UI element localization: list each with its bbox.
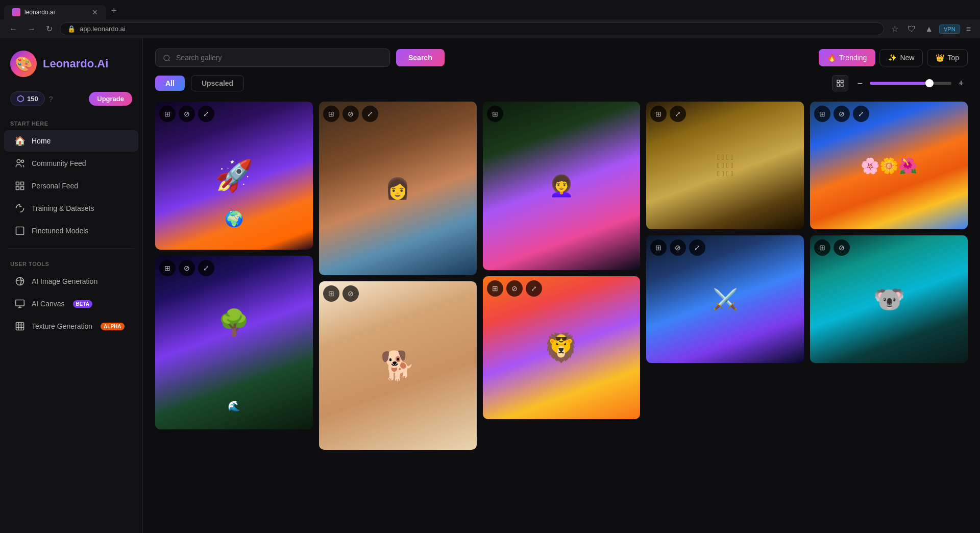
tab-close-button[interactable]: ✕ — [92, 8, 98, 16]
image-edit-btn-2[interactable]: ⊘ — [179, 260, 195, 276]
sidebar-item-finetuned[interactable]: Finetuned Models — [4, 220, 138, 241]
bookmark-button[interactable]: ☆ — [888, 22, 901, 36]
top-label: Top — [947, 54, 959, 62]
sidebar-item-home[interactable]: 🏠 Home — [4, 130, 138, 152]
ai-canvas-label: AI Canvas — [32, 300, 65, 308]
credits-amount: 150 — [27, 95, 38, 103]
gallery-item[interactable]: 🐨 ⊞ ⊘ — [810, 235, 968, 363]
image-model-btn-3[interactable]: ⊞ — [323, 106, 339, 122]
sidebar-item-ai-canvas[interactable]: AI Canvas BETA — [4, 293, 138, 314]
image-edit-btn-8[interactable]: ⊘ — [670, 239, 686, 256]
svg-rect-8 — [16, 300, 24, 306]
sidebar-item-ai-image-gen[interactable]: AI Image Generation — [4, 271, 138, 292]
back-button[interactable]: ← — [6, 22, 20, 36]
forward-button[interactable]: → — [24, 22, 39, 36]
gallery-item[interactable]: 🐕 ⊞ ⊘ — [319, 281, 477, 450]
filter-tabs-right: 🔥 Trending ✨ New 👑 Top — [819, 49, 968, 66]
vpn-badge: VPN — [939, 25, 960, 34]
image-edit-btn-6[interactable]: ⊘ — [506, 280, 523, 297]
gallery-item[interactable]: 🌸🌼🌺 ⊞ ⊘ ⤢ — [810, 102, 968, 229]
zoom-plus-button[interactable]: + — [954, 77, 968, 90]
image-expand-btn-1[interactable]: ⤢ — [198, 106, 214, 122]
ai-image-gen-label: AI Image Generation — [32, 277, 97, 285]
gallery-item[interactable]: 🌳 🌊 ⊞ ⊘ ⤢ — [155, 256, 313, 429]
gallery-item[interactable]: 🚀 🌍 ⊞ ⊘ ⤢ — [155, 102, 313, 250]
image-model-btn-2[interactable]: ⊞ — [159, 260, 176, 276]
gallery-item[interactable]: ⚔️ ⊞ ⊘ ⤢ — [646, 235, 804, 363]
image-expand-btn-8[interactable]: ⤢ — [689, 239, 705, 256]
gallery-item[interactable]: 🦁 😎 ⊞ ⊘ ⤢ — [483, 276, 641, 419]
address-bar[interactable]: 🔒 app.leonardo.ai — [60, 22, 884, 35]
image-model-btn-1[interactable]: ⊞ — [159, 106, 176, 122]
image-model-btn-6[interactable]: ⊞ — [487, 280, 503, 297]
sidebar-item-texture-gen[interactable]: Texture Generation ALPHA — [4, 316, 138, 337]
top-filter-button[interactable]: 👑 Top — [927, 49, 968, 66]
svg-rect-11 — [837, 80, 840, 83]
personal-feed-icon — [14, 180, 26, 191]
image-expand-btn-2[interactable]: ⤢ — [198, 260, 214, 276]
section-start-label: Start Here — [0, 114, 142, 130]
gallery-item[interactable]: 𓂀 𓃭 𓆣 𓋴𓈖 𓏏 𓇋 𓂻𓊃 𓃂 𓇋 𓏏 ⊞ ⤢ — [646, 102, 804, 229]
filter-row-right: − + — [832, 75, 968, 91]
image-edit-btn-3[interactable]: ⊘ — [342, 106, 359, 122]
zoom-slider-container: − + — [853, 77, 968, 90]
image-expand-btn-7[interactable]: ⤢ — [670, 106, 686, 122]
new-tab-button[interactable]: + — [106, 3, 122, 19]
reload-button[interactable]: ↻ — [43, 22, 56, 36]
training-icon — [14, 203, 26, 214]
image-edit-btn-10[interactable]: ⊘ — [834, 239, 850, 256]
ai-image-gen-icon — [14, 276, 26, 287]
zoom-slider[interactable] — [870, 82, 951, 85]
image-model-btn-7[interactable]: ⊞ — [650, 106, 667, 122]
new-filter-button[interactable]: ✨ New — [879, 49, 923, 66]
shield-icon: 🛡 — [904, 22, 919, 36]
gallery-item-overlay-4: ⊞ ⊘ — [323, 285, 359, 302]
active-tab[interactable]: leonardo.ai ✕ — [4, 5, 106, 19]
training-label: Training & Datasets — [32, 204, 94, 212]
image-expand-btn-6[interactable]: ⤢ — [526, 280, 542, 297]
image-edit-btn-1[interactable]: ⊘ — [179, 106, 195, 122]
gallery-item-overlay-2: ⊞ ⊘ ⤢ — [159, 260, 214, 276]
svg-rect-2 — [16, 182, 19, 185]
ai-canvas-badge: BETA — [73, 300, 92, 308]
sidebar-item-community-feed[interactable]: Community Feed — [4, 153, 138, 174]
browser-chrome: leonardo.ai ✕ + ← → ↻ 🔒 app.leonardo.ai … — [0, 0, 980, 38]
sidebar-item-personal-feed[interactable]: Personal Feed — [4, 175, 138, 197]
search-button[interactable]: Search — [396, 49, 445, 66]
tab-all[interactable]: All — [155, 76, 185, 91]
image-model-btn-4[interactable]: ⊞ — [323, 285, 339, 302]
image-model-btn-10[interactable]: ⊞ — [814, 239, 830, 256]
gallery-grid: 🚀 🌍 ⊞ ⊘ ⤢ 🌳 🌊 ⊞ ⊘ ⤢ — [155, 102, 968, 450]
image-model-btn-9[interactable]: ⊞ — [814, 106, 830, 122]
sidebar: 🎨 Leonardo.Ai ⬡ 150 ? Upgrade Start Here… — [0, 38, 143, 533]
tab-upscaled[interactable]: Upscaled — [191, 75, 244, 91]
sparkle-icon: ✨ — [888, 54, 897, 62]
upgrade-button[interactable]: Upgrade — [89, 92, 132, 106]
image-model-btn-8[interactable]: ⊞ — [650, 239, 667, 256]
gallery-item[interactable]: 👩‍🦱 ⊞ — [483, 102, 641, 270]
image-edit-btn-4[interactable]: ⊘ — [342, 285, 359, 302]
credits-help-icon[interactable]: ? — [49, 95, 53, 103]
image-expand-btn-9[interactable]: ⤢ — [853, 106, 869, 122]
image-edit-btn-9[interactable]: ⊘ — [834, 106, 850, 122]
gallery-item-overlay-9: ⊞ ⊘ ⤢ — [814, 106, 869, 122]
zoom-minus-button[interactable]: − — [853, 77, 867, 90]
svg-rect-12 — [841, 80, 843, 83]
svg-rect-3 — [21, 182, 24, 185]
main-content: Search 🔥 Trending ✨ New 👑 Top All — [143, 38, 980, 533]
trending-filter-button[interactable]: 🔥 Trending — [819, 49, 876, 66]
sidebar-logo[interactable]: 🎨 Leonardo.Ai — [0, 46, 142, 87]
search-bar[interactable] — [155, 49, 390, 67]
sidebar-item-training[interactable]: Training & Datasets — [4, 198, 138, 219]
svg-rect-13 — [837, 84, 840, 86]
menu-button[interactable]: ≡ — [963, 22, 974, 36]
tab-title: leonardo.ai — [24, 9, 55, 16]
gallery-item[interactable]: 👩 ⊞ ⊘ ⤢ — [319, 102, 477, 275]
image-model-btn-5[interactable]: ⊞ — [487, 106, 503, 122]
gallery-item-overlay-6: ⊞ ⊘ ⤢ — [487, 280, 542, 297]
grid-view-button[interactable] — [832, 75, 848, 91]
search-input[interactable] — [176, 54, 382, 62]
image-expand-btn-3[interactable]: ⤢ — [362, 106, 378, 122]
lock-icon: 🔒 — [67, 25, 76, 33]
url-text: app.leonardo.ai — [80, 25, 126, 33]
